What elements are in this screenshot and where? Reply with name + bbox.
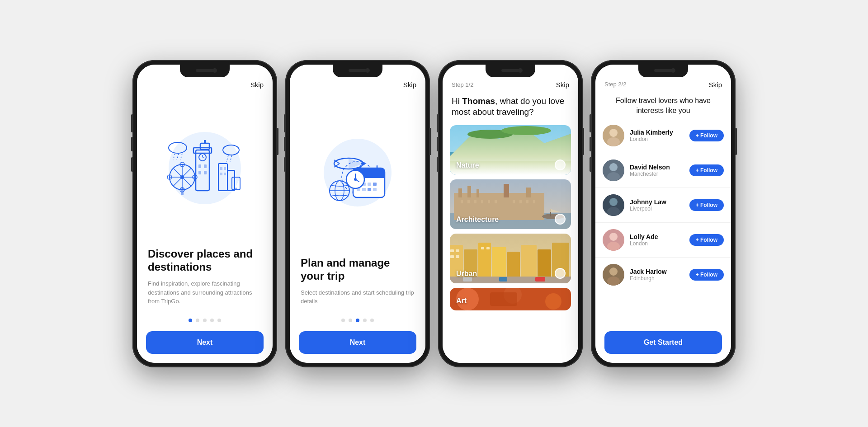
user-info-lolly: Lolly Ade London <box>630 233 684 247</box>
svg-rect-26 <box>224 167 226 170</box>
category-nature-label: Nature <box>456 161 479 169</box>
svg-rect-77 <box>504 184 509 197</box>
svg-rect-74 <box>458 188 462 197</box>
follow-button-julia[interactable]: + Follow <box>689 130 724 141</box>
get-started-button[interactable]: Get Started <box>604 331 722 354</box>
category-nature-radio[interactable] <box>555 160 566 170</box>
divider-4 <box>595 257 731 258</box>
category-nature[interactable]: Nature <box>450 125 571 175</box>
art-scene <box>450 288 571 310</box>
svg-rect-9 <box>204 164 207 168</box>
skip-button-2[interactable]: Skip <box>403 81 416 89</box>
user-name-lolly: Lolly Ade <box>630 233 684 240</box>
svg-point-118 <box>607 137 620 146</box>
follow-button-jack[interactable]: + Follow <box>689 269 724 281</box>
city-illustration <box>155 127 255 209</box>
follow-button-johnny[interactable]: + Follow <box>689 199 724 211</box>
svg-point-127 <box>607 242 620 251</box>
dot-1 <box>189 319 192 322</box>
follow-title-area: Follow travel lovers who have interests … <box>595 96 731 125</box>
svg-rect-28 <box>224 173 226 175</box>
svg-rect-83 <box>488 200 490 203</box>
svg-rect-57 <box>373 188 377 191</box>
avatar-jack <box>603 264 624 286</box>
avatar-johnny <box>603 194 624 216</box>
plan-title: Plan and manage your trip <box>301 257 415 283</box>
category-arch-label: Architecture <box>456 216 499 224</box>
svg-point-124 <box>607 207 620 216</box>
svg-point-123 <box>609 198 618 206</box>
follow-title-text: Follow travel lovers who have interests … <box>604 96 722 116</box>
travel-illustration <box>312 132 403 213</box>
svg-rect-80 <box>467 200 470 203</box>
avatar-lolly <box>603 229 624 251</box>
plan-subtitle: Select destinations and start scheduling… <box>301 288 415 306</box>
travel-illustration-area <box>290 89 425 257</box>
svg-point-117 <box>609 129 618 137</box>
discover-subtitle: Find inspiration, explore fascinating de… <box>148 279 262 306</box>
discover-text-area: Discover places and destinations Find in… <box>137 248 273 313</box>
step-label-4: Step 2/2 <box>604 81 709 88</box>
svg-rect-4 <box>204 140 206 144</box>
divider-2 <box>595 188 731 188</box>
category-urban-radio[interactable] <box>555 268 566 279</box>
dot-p-2 <box>349 319 352 322</box>
category-art[interactable]: Art <box>450 288 571 310</box>
user-info-jack: Jack Harlow Edinburgh <box>630 268 684 282</box>
phone-1: Skip <box>132 60 277 367</box>
next-button-1[interactable]: Next <box>146 331 264 354</box>
dot-p-5 <box>370 319 374 322</box>
screen-discover: Skip <box>137 65 273 363</box>
svg-rect-27 <box>220 173 222 175</box>
svg-rect-84 <box>495 200 497 203</box>
svg-rect-10 <box>198 171 201 174</box>
svg-rect-56 <box>368 188 371 191</box>
question-area: Hi Thomas, what do you love most about t… <box>443 96 578 125</box>
svg-rect-88 <box>533 200 535 203</box>
user-name-julia: Julia Kimberly <box>630 129 684 136</box>
dot-3 <box>203 319 207 322</box>
category-urban[interactable]: Urban <box>450 234 571 283</box>
category-architecture[interactable]: Architecture <box>450 179 571 229</box>
follow-button-lolly[interactable]: + Follow <box>689 234 724 246</box>
discover-dots <box>137 313 273 328</box>
dot-5 <box>217 319 221 322</box>
notch-2 <box>333 65 382 77</box>
svg-rect-25 <box>220 167 222 170</box>
svg-rect-11 <box>204 171 207 174</box>
phone-4: Step 2/2 Skip Follow travel lovers who h… <box>591 60 736 367</box>
svg-point-129 <box>609 267 618 276</box>
screen-categories: Step 1/2 Skip Hi Thomas, what do you lov… <box>443 65 578 363</box>
skip-button-4[interactable]: Skip <box>709 81 722 89</box>
discover-title: Discover places and destinations <box>148 248 262 274</box>
dot-4 <box>210 319 214 322</box>
question-text: Hi Thomas, what do you love most about t… <box>452 96 569 118</box>
svg-rect-114 <box>490 292 517 306</box>
svg-point-43 <box>361 162 365 165</box>
svg-rect-101 <box>450 249 454 252</box>
category-arch-radio[interactable] <box>555 214 566 225</box>
skip-button-1[interactable]: Skip <box>250 81 264 89</box>
svg-rect-76 <box>476 189 479 197</box>
follow-list: Julia Kimberly London + Follow David Nel… <box>595 125 731 327</box>
svg-rect-110 <box>535 277 545 282</box>
user-info-david: David Nelson Manchester <box>630 164 684 177</box>
plan-dots <box>290 313 425 328</box>
follow-button-david[interactable]: + Follow <box>689 164 724 176</box>
phone-3: Step 1/2 Skip Hi Thomas, what do you lov… <box>438 60 583 367</box>
svg-rect-82 <box>481 200 483 203</box>
svg-point-115 <box>545 293 561 310</box>
svg-rect-75 <box>467 186 471 197</box>
skip-button-3[interactable]: Skip <box>556 81 569 89</box>
svg-rect-86 <box>519 200 522 203</box>
svg-point-130 <box>607 277 620 286</box>
divider-3 <box>595 222 731 223</box>
svg-point-120 <box>609 163 618 171</box>
svg-rect-106 <box>486 247 490 249</box>
next-button-2[interactable]: Next <box>299 331 416 354</box>
user-location-david: Manchester <box>630 171 684 177</box>
svg-rect-104 <box>456 255 459 258</box>
svg-rect-103 <box>450 255 454 258</box>
dot-p-4 <box>363 319 367 322</box>
dot-p-3 <box>356 319 359 322</box>
